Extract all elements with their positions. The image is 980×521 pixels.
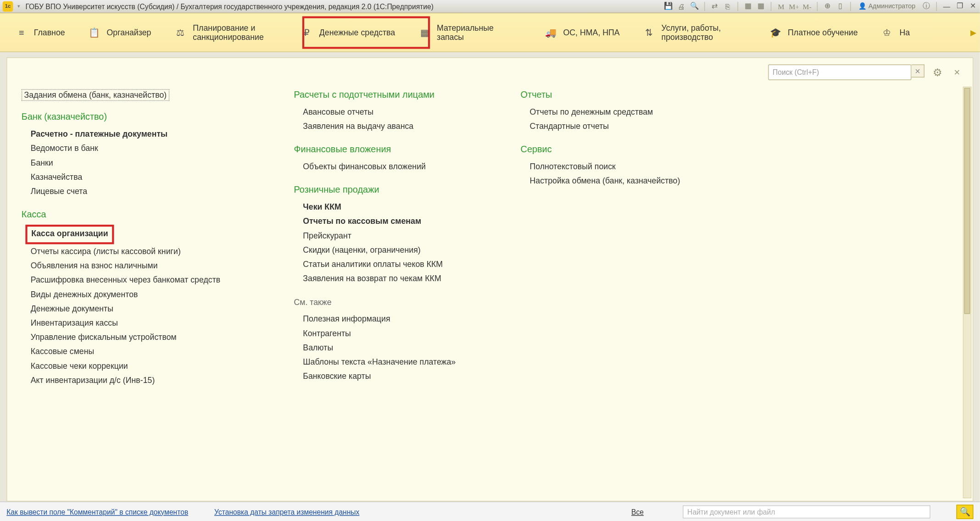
m-icon[interactable]: M bbox=[776, 2, 785, 11]
save-icon[interactable]: 💾 bbox=[664, 2, 673, 11]
menu-link[interactable]: Стандартные отчеты bbox=[529, 119, 716, 133]
menu-link[interactable]: Статьи аналитики оплаты чеков ККМ bbox=[303, 257, 489, 272]
grid-icon: ▦ bbox=[418, 27, 430, 39]
menu-link[interactable]: Объекты финансовых вложений bbox=[303, 160, 489, 174]
menu-link[interactable]: Расчетно - платежные документы bbox=[31, 127, 263, 141]
all-link[interactable]: Все bbox=[631, 508, 644, 515]
menu-link[interactable]: Шаблоны текста «Назначение платежа» bbox=[303, 355, 489, 369]
planning-icon: ⚖ bbox=[175, 27, 187, 39]
section-ribbon: ≡ Главное 📋 Органайзер ⚖ Планирование и … bbox=[0, 13, 980, 52]
info-icon[interactable]: ⓘ bbox=[922, 2, 931, 11]
compare-icon[interactable]: ⇄ bbox=[710, 2, 719, 11]
search-clear-button[interactable]: × bbox=[912, 65, 924, 78]
section-assets[interactable]: 🚚 ОС, НМА, НПА bbox=[533, 14, 631, 51]
menu-link[interactable]: Отчеты по денежным средствам bbox=[529, 105, 716, 119]
bottom-bar: Как вывести поле "Комментарий" в списке … bbox=[0, 501, 980, 521]
titlebar: 1c ▾ ГОБУ ВПО Университет искусств (Субс… bbox=[0, 0, 980, 13]
help-link-1[interactable]: Как вывести поле "Комментарий" в списке … bbox=[6, 508, 188, 515]
print-icon[interactable]: 🖨 bbox=[677, 2, 686, 11]
user-label[interactable]: 👤Администратор bbox=[858, 3, 915, 10]
menu-link[interactable]: Отчеты по кассовым сменам bbox=[303, 214, 489, 228]
menu-link[interactable]: Настройка обмена (банк, казначейство) bbox=[529, 174, 716, 188]
copy-icon[interactable]: ⎘ bbox=[723, 2, 732, 11]
menu-link[interactable]: Контрагенты bbox=[303, 326, 489, 340]
menu-link[interactable]: Инвентаризация кассы bbox=[31, 316, 263, 330]
truck-icon: 🚚 bbox=[545, 27, 557, 39]
m-plus-icon[interactable]: M+ bbox=[790, 2, 799, 11]
menu-link[interactable]: Кассовые чеки коррекции bbox=[31, 359, 263, 373]
menu-link[interactable]: Скидки (наценки, ограничения) bbox=[303, 243, 489, 257]
section-retail-head[interactable]: Розничные продажи bbox=[294, 184, 489, 195]
section-accountable-head[interactable]: Расчеты с подотчетными лицами bbox=[294, 89, 489, 100]
menu-link[interactable]: Полезная информация bbox=[303, 312, 489, 326]
menu-link[interactable]: Расшифровка внесенных через банкомат сре… bbox=[31, 273, 263, 287]
menu-link[interactable]: Банковские карты bbox=[303, 369, 489, 383]
eagle-icon: ♔ bbox=[881, 27, 893, 39]
menu-link[interactable]: Управление фискальным устройством bbox=[31, 330, 263, 344]
menu-link[interactable]: Кассовые смены bbox=[31, 344, 263, 359]
menu-link[interactable]: Банки bbox=[31, 155, 263, 170]
section-cash-head[interactable]: Касса bbox=[22, 209, 262, 220]
section-reports-head[interactable]: Отчеты bbox=[521, 89, 716, 100]
menu-link[interactable]: Чеки ККМ bbox=[303, 200, 489, 214]
menu-link[interactable]: Виды денежных документов bbox=[31, 287, 263, 301]
minimize-button[interactable]: — bbox=[942, 2, 951, 11]
section-education[interactable]: 🎓 Платное обучение bbox=[758, 14, 869, 51]
ruble-icon: ₽ bbox=[301, 27, 313, 39]
section-service-head[interactable]: Сервис bbox=[521, 144, 716, 155]
section-money[interactable]: ₽ Денежные средства bbox=[290, 14, 407, 51]
graduation-icon: 🎓 bbox=[769, 27, 781, 39]
section-bank-head[interactable]: Банк (казначейство) bbox=[22, 111, 262, 122]
help-link-2[interactable]: Установка даты запрета изменения данных bbox=[214, 508, 359, 515]
menu-link[interactable]: Валюты bbox=[303, 341, 489, 355]
see-also-label: См. также bbox=[294, 298, 489, 307]
section-investments-head[interactable]: Финансовые вложения bbox=[294, 144, 489, 155]
ribbon-scroll-right[interactable]: ▶ bbox=[968, 14, 979, 51]
section-services[interactable]: ⇅ Услуги, работы, производство bbox=[631, 14, 757, 51]
section-main[interactable]: ≡ Главное bbox=[4, 14, 77, 51]
exchange-tasks-link[interactable]: Задания обмена (банк, казначейство) bbox=[22, 89, 169, 101]
gear-icon[interactable]: ⚙ bbox=[931, 66, 944, 78]
user-icon: 👤 bbox=[858, 3, 866, 10]
menu-link[interactable]: Заявления на возврат по чекам ККМ bbox=[303, 272, 489, 286]
menu-link[interactable]: Отчеты кассира (листы кассовой книги) bbox=[31, 244, 263, 259]
highlight-box-kassa[interactable]: Касса организации bbox=[25, 225, 114, 244]
scrollbar-thumb[interactable] bbox=[964, 88, 970, 314]
close-button[interactable]: ✕ bbox=[968, 2, 977, 11]
menu-link[interactable]: Заявления на выдачу аванса bbox=[303, 119, 489, 133]
calc-icon[interactable]: ▦ bbox=[743, 2, 752, 11]
section-materials[interactable]: ▦ Материальные запасы bbox=[407, 14, 533, 51]
m-minus-icon[interactable]: M- bbox=[802, 2, 812, 11]
menu-icon: ≡ bbox=[16, 27, 28, 39]
section-panel: Поиск (Ctrl+F) × ⚙ × Задания обмена (бан… bbox=[6, 57, 973, 501]
calendar-icon[interactable]: ▦ bbox=[756, 2, 765, 11]
sliders-icon: ⇅ bbox=[643, 27, 655, 39]
panel-scrollbar[interactable] bbox=[963, 87, 971, 498]
global-search-input[interactable]: Найти документ или файл bbox=[683, 505, 930, 518]
global-search-button[interactable]: 🔍 bbox=[957, 504, 974, 519]
menu-link[interactable]: Акт инвентаризации д/с (Инв-15) bbox=[31, 373, 263, 388]
maximize-button[interactable]: ❐ bbox=[955, 2, 964, 11]
dropdown-icon[interactable]: ▾ bbox=[16, 3, 22, 9]
section-organizer[interactable]: 📋 Органайзер bbox=[77, 14, 163, 51]
close-panel-button[interactable]: × bbox=[951, 66, 963, 78]
menu-link[interactable]: Полнотекстовый поиск bbox=[529, 160, 716, 174]
menu-link[interactable]: Авансовые отчеты bbox=[303, 105, 489, 119]
menu-link[interactable]: Лицевые счета bbox=[31, 184, 263, 199]
section-planning[interactable]: ⚖ Планирование и санкционирование bbox=[163, 14, 289, 51]
search-input[interactable]: Поиск (Ctrl+F) bbox=[768, 65, 911, 80]
menu-link[interactable]: Казначейства bbox=[31, 170, 263, 184]
menu-link[interactable]: Касса организации bbox=[31, 225, 263, 244]
menu-link[interactable]: Денежные документы bbox=[31, 301, 263, 316]
zoom-icon[interactable]: ⊕ bbox=[823, 2, 832, 11]
book-icon[interactable]: ▯ bbox=[836, 2, 845, 11]
menu-link[interactable]: Объявления на взнос наличными bbox=[31, 259, 263, 273]
logo-1c-icon: 1c bbox=[3, 1, 13, 11]
preview-icon[interactable]: 🔍 bbox=[690, 2, 699, 11]
clipboard-icon: 📋 bbox=[89, 27, 100, 39]
section-next[interactable]: ♔ На bbox=[869, 14, 913, 51]
menu-link[interactable]: Прейскурант bbox=[303, 228, 489, 243]
window-title: ГОБУ ВПО Университет искусств (Субсидия)… bbox=[25, 2, 433, 10]
menu-link[interactable]: Ведомости в банк bbox=[31, 141, 263, 155]
